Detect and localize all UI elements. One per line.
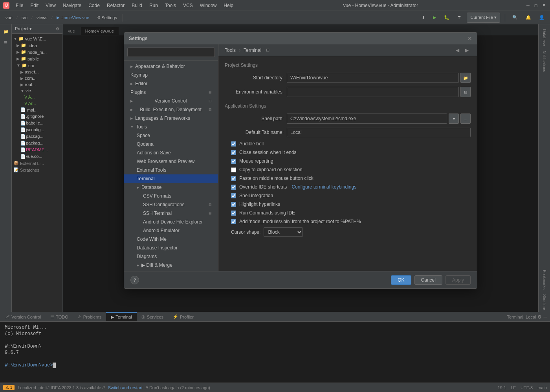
nav-database[interactable]: Database xyxy=(124,183,218,192)
override-ide-checkbox[interactable] xyxy=(231,185,236,190)
tree-item-readme[interactable]: 📄README... xyxy=(12,147,62,153)
tree-item-a2[interactable]: V Ar... xyxy=(12,100,62,106)
shell-path-browse-button[interactable]: … xyxy=(460,114,471,124)
nav-android-file[interactable]: Android Device File Explorer xyxy=(124,218,218,226)
menu-view[interactable]: View xyxy=(42,2,59,9)
nav-editor[interactable]: Editor xyxy=(124,79,218,88)
tree-item-jsconfig[interactable]: 📄jsconfig... xyxy=(12,126,62,133)
menu-help[interactable]: Help xyxy=(220,2,236,9)
tree-item-a1[interactable]: V A... xyxy=(12,94,62,100)
terminal-settings-icon[interactable]: ⚙ xyxy=(537,314,542,320)
menu-refactor[interactable]: Refactor xyxy=(104,2,128,9)
paste-middle-checkbox[interactable] xyxy=(231,176,236,181)
menu-file[interactable]: File xyxy=(13,2,26,9)
menu-tools[interactable]: Tools xyxy=(162,2,179,9)
nav-plugins[interactable]: Plugins ⊟ xyxy=(124,88,218,97)
nav-build[interactable]: Build, Execution, Deployment ⊟ xyxy=(124,105,218,114)
help-button[interactable]: ? xyxy=(130,276,139,284)
menu-build[interactable]: Build xyxy=(128,2,145,9)
right-sidebar-structure[interactable]: Structure xyxy=(541,293,547,312)
tab-services[interactable]: ◎ Services xyxy=(137,312,168,321)
nav-ssh-terminal[interactable]: SSH Terminal ⊟ xyxy=(124,209,218,218)
tree-item-main[interactable]: 📄mai... xyxy=(12,106,62,113)
nav-actions-on-save[interactable]: Actions on Save xyxy=(124,148,218,157)
env-variables-input[interactable] xyxy=(287,87,459,97)
nav-appearance[interactable]: Appearance & Behavior xyxy=(124,62,218,71)
nav-qodana[interactable]: Qodana xyxy=(124,140,218,148)
tree-item-vue[interactable]: ▼ 📁 vue W:\E... xyxy=(12,35,62,42)
default-tab-input[interactable] xyxy=(287,128,471,137)
minimize-button[interactable]: ─ xyxy=(525,2,531,9)
dialog-close-button[interactable]: ✕ xyxy=(468,35,472,42)
status-warning-badge[interactable]: ⚠ 1 xyxy=(3,385,15,390)
debug-button[interactable]: 🐛 xyxy=(442,13,452,23)
tree-item-assets[interactable]: ▶asset... xyxy=(12,69,62,75)
nav-csv-formats[interactable]: CSV Formats xyxy=(124,192,218,200)
run-button[interactable]: ▶ xyxy=(431,13,438,23)
nav-android-emulator[interactable]: Android Emulator xyxy=(124,226,218,235)
settings-search-input[interactable] xyxy=(127,48,215,57)
highlight-hyperlinks-checkbox[interactable] xyxy=(231,202,236,207)
right-sidebar-database[interactable]: Database xyxy=(541,27,547,48)
menu-code[interactable]: Code xyxy=(85,2,103,9)
breadcrumb-homeview[interactable]: ▶ HomeView.vue xyxy=(54,13,92,23)
run-commands-checkbox[interactable] xyxy=(231,211,236,216)
breadcrumb-views[interactable]: views xyxy=(34,13,50,23)
shell-path-dropdown-button[interactable]: ▾ xyxy=(449,114,459,124)
structure-icon-left[interactable]: ☰ xyxy=(2,38,10,46)
audible-bell-checkbox[interactable] xyxy=(231,141,236,147)
breadcrumb-src[interactable]: src xyxy=(19,13,30,23)
tab-terminal[interactable]: ▶ Terminal xyxy=(106,312,137,321)
menu-run[interactable]: Run xyxy=(146,2,161,9)
shell-path-input[interactable] xyxy=(287,114,447,124)
nav-keymap[interactable]: Keymap xyxy=(124,71,218,79)
cancel-button[interactable]: Cancel xyxy=(414,275,442,285)
avatar-button[interactable]: 👤 xyxy=(537,13,547,23)
start-directory-input[interactable] xyxy=(287,73,459,83)
nav-terminal[interactable]: Terminal xyxy=(124,174,218,183)
nav-web-browsers[interactable]: Web Browsers and Preview xyxy=(124,157,218,166)
nav-space[interactable]: Space xyxy=(124,131,218,140)
tab-profiler[interactable]: ⚡ Profiler xyxy=(168,312,198,321)
tree-item-scratches[interactable]: 📝Scratches xyxy=(12,167,62,173)
vcs-update-button[interactable]: ⬇ xyxy=(419,13,427,23)
terminal-minimize-icon[interactable]: ─ xyxy=(543,314,547,320)
coverage-button[interactable]: ☂ xyxy=(455,13,464,23)
start-directory-browse-button[interactable]: 📁 xyxy=(460,73,471,83)
tab-problems[interactable]: ⚠ Problems xyxy=(73,312,106,321)
nav-ssh-config[interactable]: SSH Configurations ⊟ xyxy=(124,200,218,209)
env-variables-copy-button[interactable]: ⊟ xyxy=(460,87,471,97)
current-file-dropdown[interactable]: Current File ▾ xyxy=(467,13,500,23)
tab-version-control[interactable]: ⎇ Version Control xyxy=(0,312,46,321)
node-modules-checkbox[interactable] xyxy=(231,219,236,224)
tree-item-gitignore[interactable]: 📄.gitignore xyxy=(12,113,62,120)
settings-button[interactable]: ⚙ Settings xyxy=(95,13,119,23)
close-button[interactable]: ✕ xyxy=(541,2,547,9)
right-sidebar-bookmarks[interactable]: Bookmarks xyxy=(541,268,547,291)
forward-arrow[interactable]: ▶ xyxy=(463,46,471,54)
ok-button[interactable]: OK xyxy=(391,275,411,285)
tree-item-package1[interactable]: 📄packag... xyxy=(12,133,62,140)
project-icon[interactable]: 📁 xyxy=(2,27,10,35)
tree-item-node[interactable]: ▶ 📁node_m... xyxy=(12,49,62,55)
nav-vcs[interactable]: Version Control ⊟ xyxy=(124,97,218,105)
tree-item-external[interactable]: 📦External Li... xyxy=(12,160,62,167)
cursor-shape-select[interactable]: Block Underline Beam xyxy=(264,227,303,237)
maximize-button[interactable]: □ xyxy=(533,2,539,9)
tree-item-public[interactable]: ▶ 📁public xyxy=(12,55,62,62)
tree-item-vie[interactable]: ▼vie... xyxy=(12,88,62,94)
switch-restart-link[interactable]: Switch and restart xyxy=(108,385,143,390)
right-sidebar-notifications[interactable]: Notifications xyxy=(541,49,547,73)
tree-item-babel[interactable]: 📄babel.c... xyxy=(12,120,62,126)
breadcrumb-vue[interactable]: vue xyxy=(3,13,15,23)
tree-item-src[interactable]: ▼ 📁src xyxy=(12,62,62,69)
notifications-button[interactable]: 🔔 xyxy=(523,13,534,23)
menu-edit[interactable]: Edit xyxy=(27,2,42,9)
back-arrow[interactable]: ◀ xyxy=(453,46,461,54)
apply-button[interactable]: Apply xyxy=(446,275,471,285)
tree-item-idea[interactable]: ▶ 📁.idea xyxy=(12,42,62,49)
search-button[interactable]: 🔍 xyxy=(510,13,520,23)
nav-languages[interactable]: Languages & Frameworks xyxy=(124,114,218,123)
nav-external-tools[interactable]: External Tools xyxy=(124,166,218,174)
tree-item-com[interactable]: ▶com... xyxy=(12,75,62,81)
